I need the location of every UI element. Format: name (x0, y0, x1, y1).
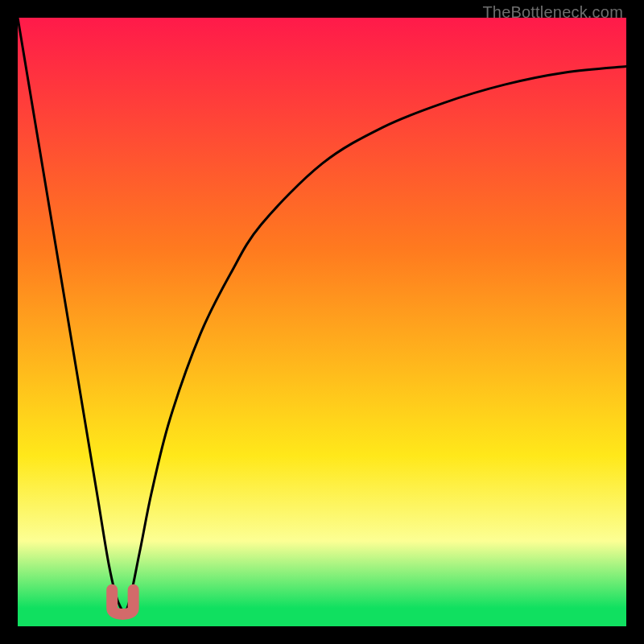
attribution-watermark: TheBottleneck.com (482, 3, 623, 22)
bottleneck-chart-svg (18, 18, 626, 626)
chart-plot-area (18, 18, 626, 626)
gradient-background (18, 18, 626, 626)
